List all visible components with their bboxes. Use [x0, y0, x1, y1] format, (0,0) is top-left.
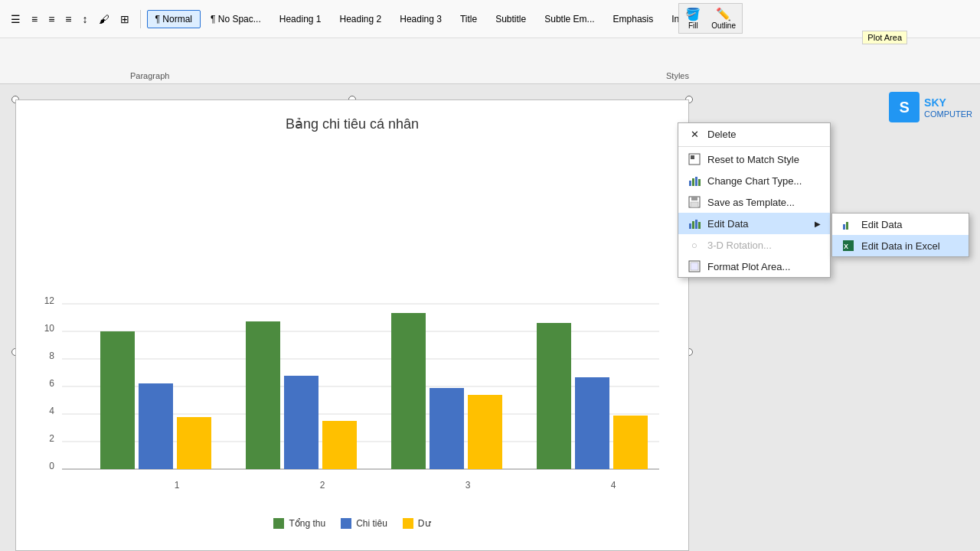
align-right-btn[interactable]: ≡: [44, 10, 59, 28]
legend-item-du: Dư: [403, 518, 431, 529]
align-left-btn[interactable]: ☰: [6, 10, 25, 28]
legend-item-chitieu: Chi tiêu: [341, 518, 387, 529]
toolbar-ribbon: ☰ ≡ ≡ ≡ ↕ 🖌 ⊞ ¶ Normal ¶ No Spac... Head…: [0, 0, 980, 38]
bar-1-yellow: [177, 417, 211, 469]
svg-text:4: 4: [611, 480, 616, 491]
svg-text:4: 4: [49, 406, 54, 416]
submenu-item-edit-data-label: Edit Data: [861, 219, 902, 230]
justify-btn[interactable]: ≡: [60, 10, 76, 28]
style-heading2-btn[interactable]: Heading 2: [332, 10, 390, 28]
menu-item-reset-style-label: Reset to Match Style: [707, 154, 799, 165]
menu-item-change-chart[interactable]: Change Chart Type...: [678, 170, 830, 191]
style-title-btn[interactable]: Title: [452, 10, 485, 28]
rotation-icon: ○: [688, 238, 701, 252]
menu-item-edit-data-label: Edit Data: [707, 218, 748, 230]
menu-item-save-template-label: Save as Template...: [707, 197, 795, 208]
edit-data-submenu: Edit Data X Edit Data in Excel: [831, 213, 969, 257]
menu-item-format-plot[interactable]: Format Plot Area...: [678, 256, 830, 277]
border-btn[interactable]: ⊞: [116, 10, 134, 28]
bar-2-yellow: [322, 421, 357, 469]
svg-rect-28: [689, 223, 691, 229]
bar-2-blue: [284, 376, 318, 469]
save-template-icon: [688, 195, 701, 209]
style-subtleem-btn[interactable]: Subtle Em...: [536, 10, 603, 28]
menu-item-save-template[interactable]: Save as Template...: [678, 191, 830, 213]
chart-container: Bảng chi tiêu cá nhân 0 2 4 6 8 10 12: [15, 99, 689, 551]
bar-3-yellow: [468, 395, 502, 469]
svg-text:8: 8: [49, 350, 54, 361]
outline-btn[interactable]: ✏️ Outline: [707, 5, 740, 31]
svg-text:0: 0: [49, 461, 54, 471]
submenu-item-edit-data[interactable]: Edit Data: [832, 214, 969, 235]
menu-separator-1: [678, 146, 830, 147]
edit-data-icon: [688, 217, 701, 230]
watermark-text-block: SKY COMPUTER: [924, 96, 972, 119]
svg-rect-29: [692, 221, 694, 229]
menu-item-delete-label: Delete: [707, 129, 737, 140]
chart-format-toolbar: 🪣 Fill ✏️ Outline: [678, 3, 743, 34]
format-plot-icon: [688, 259, 701, 273]
submenu-edit-data-icon: [841, 217, 855, 231]
svg-rect-23: [695, 177, 697, 186]
context-menu: ✕ Delete Reset to Match Style Change Cha…: [678, 122, 831, 278]
svg-rect-30: [695, 220, 697, 229]
main-content-area: Bảng chi tiêu cá nhân 0 2 4 6 8 10 12: [0, 84, 980, 551]
line-spacing-btn[interactable]: ↕: [78, 10, 93, 28]
svg-rect-33: [846, 222, 848, 230]
reset-style-icon: [688, 152, 701, 166]
style-heading1-btn[interactable]: Heading 1: [271, 10, 330, 28]
svg-rect-32: [843, 224, 845, 230]
paragraph-section: ☰ ≡ ≡ ≡ ↕ 🖌 ⊞: [6, 10, 141, 28]
bar-4-green: [537, 323, 571, 469]
svg-text:10: 10: [44, 323, 55, 334]
svg-rect-22: [692, 178, 694, 186]
shading-btn[interactable]: 🖌: [94, 10, 114, 28]
style-nospace-btn[interactable]: ¶ No Spac...: [202, 10, 270, 28]
menu-item-delete[interactable]: ✕ Delete: [678, 123, 830, 145]
watermark-line1: SKY: [924, 96, 972, 109]
submenu-edit-excel-icon: X: [841, 239, 855, 253]
svg-rect-24: [698, 179, 701, 186]
bar-1-blue: [139, 383, 173, 469]
menu-item-format-plot-label: Format Plot Area...: [707, 261, 790, 272]
watermark-icon: S: [889, 92, 920, 122]
submenu-item-edit-data-excel-label: Edit Data in Excel: [861, 240, 940, 252]
toolbar: ☰ ≡ ≡ ≡ ↕ 🖌 ⊞ ¶ Normal ¶ No Spac... Head…: [0, 0, 980, 84]
watermark-line2: COMPUTER: [924, 109, 972, 119]
legend-dot-blue: [341, 518, 351, 529]
legend-dot-green: [273, 518, 284, 529]
svg-rect-21: [689, 181, 691, 186]
chart-title: Bảng chi tiêu cá nhân: [16, 100, 688, 140]
fill-btn[interactable]: 🪣 Fill: [681, 5, 705, 31]
watermark: S SKY COMPUTER: [889, 92, 972, 122]
legend-label-chitieu: Chi tiêu: [356, 518, 387, 529]
style-normal-btn[interactable]: ¶ Normal: [147, 10, 201, 28]
legend-item-tongthu: Tổng thu: [273, 518, 325, 529]
style-subtitle-btn[interactable]: Subtitle: [487, 10, 534, 28]
chart-selection-frame: Bảng chi tiêu cá nhân 0 2 4 6 8 10 12: [15, 99, 689, 551]
style-emphasis-btn[interactable]: Emphasis: [605, 10, 662, 28]
svg-rect-20: [691, 155, 694, 159]
svg-rect-37: [691, 262, 698, 270]
change-chart-icon: [688, 174, 701, 187]
legend-label-tongthu: Tổng thu: [289, 518, 325, 529]
svg-text:3: 3: [466, 480, 471, 491]
menu-item-reset-style[interactable]: Reset to Match Style: [678, 148, 830, 170]
bar-4-yellow: [613, 416, 648, 469]
svg-text:6: 6: [49, 378, 54, 389]
svg-rect-27: [691, 202, 698, 207]
styles-section-label: Styles: [666, 71, 689, 80]
toolbar-labels-row: Paragraph Styles: [0, 38, 980, 60]
menu-item-edit-data[interactable]: Edit Data ▶ Edit Data X Edit Data in Exc…: [678, 213, 830, 234]
svg-text:1: 1: [175, 480, 180, 491]
svg-rect-31: [698, 222, 701, 229]
svg-text:2: 2: [49, 433, 54, 444]
style-heading3-btn[interactable]: Heading 3: [391, 10, 450, 28]
submenu-arrow-icon: ▶: [815, 220, 821, 228]
watermark-logo: S SKY COMPUTER: [889, 92, 972, 122]
submenu-item-edit-data-excel[interactable]: X Edit Data in Excel: [832, 235, 969, 256]
svg-text:12: 12: [44, 295, 55, 306]
delete-icon: ✕: [688, 127, 701, 141]
align-center-btn[interactable]: ≡: [27, 10, 42, 28]
menu-item-3d-label: 3-D Rotation...: [707, 240, 772, 251]
